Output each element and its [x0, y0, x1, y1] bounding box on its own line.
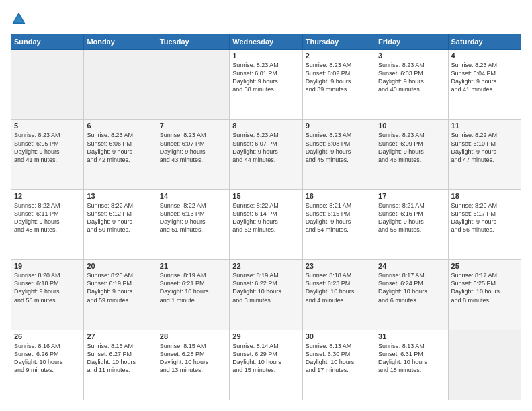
day-number: 8 — [232, 122, 299, 130]
header — [11, 11, 521, 27]
day-number: 3 — [378, 52, 445, 60]
day-info: Sunrise: 8:22 AM Sunset: 6:11 PM Dayligh… — [14, 201, 81, 234]
day-number: 7 — [160, 122, 226, 130]
day-info: Sunrise: 8:21 AM Sunset: 6:16 PM Dayligh… — [378, 201, 445, 234]
day-info: Sunrise: 8:23 AM Sunset: 6:07 PM Dayligh… — [160, 131, 226, 164]
day-info: Sunrise: 8:22 AM Sunset: 6:13 PM Dayligh… — [160, 201, 226, 234]
calendar-cell: 5Sunrise: 8:23 AM Sunset: 6:05 PM Daylig… — [11, 120, 84, 189]
day-info: Sunrise: 8:23 AM Sunset: 6:05 PM Dayligh… — [14, 131, 81, 164]
day-info: Sunrise: 8:18 AM Sunset: 6:23 PM Dayligh… — [306, 271, 372, 304]
day-info: Sunrise: 8:23 AM Sunset: 6:01 PM Dayligh… — [232, 61, 299, 94]
day-info: Sunrise: 8:23 AM Sunset: 6:08 PM Dayligh… — [306, 131, 372, 164]
day-number: 21 — [160, 262, 226, 270]
day-info: Sunrise: 8:21 AM Sunset: 6:15 PM Dayligh… — [306, 201, 372, 234]
calendar-header-row: SundayMondayTuesdayWednesdayThursdayFrid… — [11, 34, 521, 50]
calendar-cell: 21Sunrise: 8:19 AM Sunset: 6:21 PM Dayli… — [157, 260, 229, 330]
day-info: Sunrise: 8:23 AM Sunset: 6:03 PM Dayligh… — [378, 61, 445, 94]
logo — [11, 11, 30, 27]
calendar-cell: 19Sunrise: 8:20 AM Sunset: 6:18 PM Dayli… — [11, 260, 84, 330]
day-number: 25 — [451, 262, 518, 270]
day-info: Sunrise: 8:19 AM Sunset: 6:21 PM Dayligh… — [160, 271, 226, 304]
day-info: Sunrise: 8:15 AM Sunset: 6:27 PM Dayligh… — [87, 342, 153, 375]
calendar-cell: 17Sunrise: 8:21 AM Sunset: 6:16 PM Dayli… — [375, 189, 448, 259]
day-number: 20 — [87, 262, 153, 270]
logo-icon — [11, 11, 27, 27]
calendar-cell: 23Sunrise: 8:18 AM Sunset: 6:23 PM Dayli… — [302, 260, 375, 330]
day-number: 2 — [306, 52, 372, 60]
calendar-week-row: 1Sunrise: 8:23 AM Sunset: 6:01 PM Daylig… — [11, 50, 521, 120]
calendar-cell: 30Sunrise: 8:13 AM Sunset: 6:30 PM Dayli… — [302, 330, 375, 400]
day-number: 30 — [306, 332, 372, 340]
calendar-cell: 9Sunrise: 8:23 AM Sunset: 6:08 PM Daylig… — [302, 120, 375, 189]
day-info: Sunrise: 8:17 AM Sunset: 6:25 PM Dayligh… — [451, 271, 518, 304]
calendar-cell: 25Sunrise: 8:17 AM Sunset: 6:25 PM Dayli… — [448, 260, 521, 330]
calendar-cell: 1Sunrise: 8:23 AM Sunset: 6:01 PM Daylig… — [230, 50, 302, 120]
day-number: 24 — [378, 262, 445, 270]
day-number: 26 — [14, 332, 81, 340]
day-number: 29 — [232, 332, 299, 340]
day-info: Sunrise: 8:22 AM Sunset: 6:10 PM Dayligh… — [451, 131, 518, 164]
calendar-header-saturday: Saturday — [448, 34, 521, 50]
day-info: Sunrise: 8:20 AM Sunset: 6:17 PM Dayligh… — [451, 201, 518, 234]
day-number: 6 — [87, 122, 153, 130]
calendar-week-row: 5Sunrise: 8:23 AM Sunset: 6:05 PM Daylig… — [11, 120, 521, 189]
day-info: Sunrise: 8:13 AM Sunset: 6:30 PM Dayligh… — [306, 342, 372, 375]
calendar-cell: 3Sunrise: 8:23 AM Sunset: 6:03 PM Daylig… — [375, 50, 448, 120]
day-number: 9 — [306, 122, 372, 130]
calendar-cell: 4Sunrise: 8:23 AM Sunset: 6:04 PM Daylig… — [448, 50, 521, 120]
calendar-header-thursday: Thursday — [302, 34, 375, 50]
calendar-cell — [448, 330, 521, 400]
calendar-cell: 26Sunrise: 8:16 AM Sunset: 6:26 PM Dayli… — [11, 330, 84, 400]
day-info: Sunrise: 8:16 AM Sunset: 6:26 PM Dayligh… — [14, 342, 81, 375]
calendar-cell — [157, 50, 229, 120]
calendar-cell: 15Sunrise: 8:22 AM Sunset: 6:14 PM Dayli… — [230, 189, 302, 259]
calendar-cell: 7Sunrise: 8:23 AM Sunset: 6:07 PM Daylig… — [157, 120, 229, 189]
calendar-cell: 22Sunrise: 8:19 AM Sunset: 6:22 PM Dayli… — [230, 260, 302, 330]
day-info: Sunrise: 8:15 AM Sunset: 6:28 PM Dayligh… — [160, 342, 226, 375]
calendar-week-row: 12Sunrise: 8:22 AM Sunset: 6:11 PM Dayli… — [11, 189, 521, 259]
calendar-cell: 11Sunrise: 8:22 AM Sunset: 6:10 PM Dayli… — [448, 120, 521, 189]
calendar-header-sunday: Sunday — [11, 34, 84, 50]
day-number: 4 — [451, 52, 518, 60]
day-number: 15 — [232, 192, 299, 200]
day-number: 1 — [232, 52, 299, 60]
day-info: Sunrise: 8:23 AM Sunset: 6:09 PM Dayligh… — [378, 131, 445, 164]
day-info: Sunrise: 8:19 AM Sunset: 6:22 PM Dayligh… — [232, 271, 299, 304]
day-info: Sunrise: 8:14 AM Sunset: 6:29 PM Dayligh… — [232, 342, 299, 375]
calendar-cell: 31Sunrise: 8:13 AM Sunset: 6:31 PM Dayli… — [375, 330, 448, 400]
day-info: Sunrise: 8:22 AM Sunset: 6:12 PM Dayligh… — [87, 201, 153, 234]
calendar-week-row: 26Sunrise: 8:16 AM Sunset: 6:26 PM Dayli… — [11, 330, 521, 400]
day-info: Sunrise: 8:17 AM Sunset: 6:24 PM Dayligh… — [378, 271, 445, 304]
calendar-cell: 13Sunrise: 8:22 AM Sunset: 6:12 PM Dayli… — [84, 189, 157, 259]
calendar-cell: 8Sunrise: 8:23 AM Sunset: 6:07 PM Daylig… — [230, 120, 302, 189]
day-info: Sunrise: 8:13 AM Sunset: 6:31 PM Dayligh… — [378, 342, 445, 375]
day-number: 13 — [87, 192, 153, 200]
calendar-header-wednesday: Wednesday — [230, 34, 302, 50]
day-number: 10 — [378, 122, 445, 130]
calendar-cell: 28Sunrise: 8:15 AM Sunset: 6:28 PM Dayli… — [157, 330, 229, 400]
calendar-cell: 10Sunrise: 8:23 AM Sunset: 6:09 PM Dayli… — [375, 120, 448, 189]
calendar-cell — [11, 50, 84, 120]
calendar-cell: 12Sunrise: 8:22 AM Sunset: 6:11 PM Dayli… — [11, 189, 84, 259]
day-info: Sunrise: 8:23 AM Sunset: 6:06 PM Dayligh… — [87, 131, 153, 164]
calendar-cell — [84, 50, 157, 120]
day-number: 12 — [14, 192, 81, 200]
calendar-header-monday: Monday — [84, 34, 157, 50]
day-number: 18 — [451, 192, 518, 200]
calendar-cell: 14Sunrise: 8:22 AM Sunset: 6:13 PM Dayli… — [157, 189, 229, 259]
day-number: 22 — [232, 262, 299, 270]
calendar-cell: 20Sunrise: 8:20 AM Sunset: 6:19 PM Dayli… — [84, 260, 157, 330]
day-info: Sunrise: 8:20 AM Sunset: 6:19 PM Dayligh… — [87, 271, 153, 304]
calendar-table: SundayMondayTuesdayWednesdayThursdayFrid… — [11, 34, 521, 400]
day-info: Sunrise: 8:20 AM Sunset: 6:18 PM Dayligh… — [14, 271, 81, 304]
day-info: Sunrise: 8:22 AM Sunset: 6:14 PM Dayligh… — [232, 201, 299, 234]
calendar-week-row: 19Sunrise: 8:20 AM Sunset: 6:18 PM Dayli… — [11, 260, 521, 330]
day-number: 5 — [14, 122, 81, 130]
calendar-cell: 6Sunrise: 8:23 AM Sunset: 6:06 PM Daylig… — [84, 120, 157, 189]
day-number: 17 — [378, 192, 445, 200]
calendar-cell: 27Sunrise: 8:15 AM Sunset: 6:27 PM Dayli… — [84, 330, 157, 400]
day-number: 16 — [306, 192, 372, 200]
calendar-cell: 29Sunrise: 8:14 AM Sunset: 6:29 PM Dayli… — [230, 330, 302, 400]
calendar-cell: 24Sunrise: 8:17 AM Sunset: 6:24 PM Dayli… — [375, 260, 448, 330]
day-number: 28 — [160, 332, 226, 340]
